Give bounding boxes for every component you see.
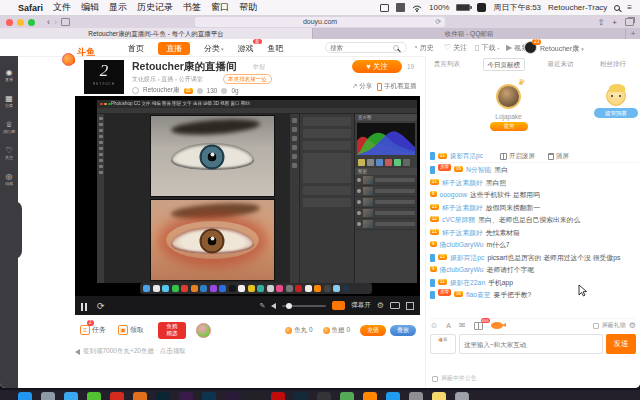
header-action-下载[interactable]: ▯下载▾ [475, 43, 499, 53]
chat-message[interactable]: 9痛clubGaryWum什么7 [430, 239, 636, 250]
panel-tab-最近来访[interactable]: 最近来访 [544, 58, 578, 71]
dock-icon-launchpad[interactable] [41, 392, 55, 400]
recharge-button[interactable]: 充值 [360, 325, 386, 336]
back-button[interactable]: ‹ [47, 18, 50, 27]
dock-icon-system-preferences[interactable] [409, 392, 423, 400]
forward-button[interactable]: › [54, 18, 57, 27]
reload-icon[interactable]: ⟳ [435, 17, 441, 27]
menubar-menu-文件[interactable]: 文件 [53, 2, 71, 12]
share-button[interactable]: ⇧ [598, 18, 605, 27]
tab-douyu[interactable]: Retoucher康的直播间-斗鱼 - 每个人的直播平台 [0, 28, 313, 39]
dock-icon-adobe-bridge[interactable] [133, 392, 147, 400]
header-action-历史[interactable]: ◔历史 [413, 43, 434, 53]
chat-username[interactable]: 痛clubGaryWu [440, 264, 484, 275]
block-gifts-checkbox[interactable] [593, 323, 599, 329]
follow-button[interactable]: ♥ 关注 [352, 60, 402, 73]
fishball-icon[interactable] [491, 322, 503, 329]
dock-icon-iina-player[interactable] [294, 392, 308, 400]
sidebar-toggle-icon[interactable] [61, 18, 70, 26]
menubar-menu-编辑[interactable]: 编辑 [81, 2, 99, 12]
share-room-button[interactable]: ↗ 分享 [352, 82, 372, 91]
chat-username[interactable]: flao喜至 [466, 289, 491, 300]
input-source-icon[interactable] [396, 3, 405, 12]
chat-username[interactable]: 摄影在22an [450, 277, 486, 288]
dock-icon-premiere[interactable] [179, 392, 193, 400]
nav-item-分类[interactable]: 分类▾ [204, 43, 224, 54]
chat-message[interactable]: 8ooogoow这些手机软件 是都用吗 [430, 189, 636, 200]
breadcrumb[interactable]: 文化娱乐 › 直播 › 公开课堂 [132, 75, 203, 84]
menubar-menu-显示[interactable]: 显示 [109, 2, 127, 12]
chat-message[interactable]: 11摄影在22an手机app [430, 277, 636, 288]
sidebar-item-直播[interactable]: ◉直播 [0, 68, 18, 82]
claim-button[interactable]: ▣ 领取 [118, 325, 144, 335]
chat-username[interactable]: ooogoow [440, 189, 468, 200]
nav-item-首页[interactable]: 首页 [128, 43, 144, 54]
zoom-window-button[interactable] [28, 19, 35, 26]
menubar-app-name[interactable]: Safari [18, 3, 43, 13]
report-link[interactable]: 举报 [253, 63, 265, 72]
screen-mirroring-icon[interactable] [380, 4, 389, 12]
panel-tab-贵宾列表[interactable]: 贵宾列表 [430, 58, 464, 71]
chat-username[interactable]: 摄影百活pc [450, 252, 484, 263]
fan-medal-icon[interactable] [196, 323, 211, 338]
player-settings-icon[interactable]: ⚙ [377, 301, 384, 310]
dock-icon-capture-one[interactable] [317, 392, 331, 400]
dock-icon-finder[interactable] [18, 392, 32, 400]
dock-icon-wechat[interactable] [87, 392, 101, 400]
address-bar[interactable]: douyu.com⟳ [195, 17, 445, 27]
chat-username[interactable]: N分智能 [466, 164, 491, 175]
refresh-stream-button[interactable]: ⟳ [97, 301, 105, 311]
tab-overview-button[interactable] [625, 18, 634, 26]
wifi-icon[interactable] [412, 4, 422, 12]
new-tab-button[interactable]: + [612, 18, 617, 27]
scroll-toggle-button[interactable]: 开启滚屏 [500, 152, 535, 161]
panel-tab-今日贡献榜[interactable]: 今日贡献榜 [483, 58, 526, 71]
spotlight-icon[interactable] [614, 5, 620, 11]
image-card-icon[interactable]: ✉ [459, 321, 466, 331]
sidebar-collapse-handle[interactable] [14, 201, 22, 259]
close-window-button[interactable] [6, 19, 13, 26]
add-tab-button[interactable]: + [626, 28, 640, 39]
chat-message[interactable]: 12cVC星际丽黑白、老师也是自己摸索出来的么 [430, 214, 636, 225]
panel-tab-粉丝排行[interactable]: 粉丝排行 [596, 58, 630, 71]
chat-username[interactable]: cVC星际丽 [442, 214, 475, 225]
menubar-menu-窗口[interactable]: 窗口 [211, 2, 229, 12]
gift-icon[interactable]: 666 [474, 322, 483, 330]
mascot-widget[interactable]: 超管招募 [594, 86, 638, 118]
dock-icon-huya[interactable] [363, 392, 377, 400]
chat-message[interactable]: 21摄影百活pcpicsart也是厉害的 老师用过这个没 很受傲ps [430, 252, 636, 263]
chat-input[interactable] [459, 334, 603, 354]
chat-username[interactable]: 杯子这素颜好 [442, 227, 483, 238]
dock-icon-photoshop[interactable] [156, 392, 170, 400]
announcement-bar[interactable]: 签到领7000鱼丸+20鱼翅 · 点击领取 [75, 347, 420, 356]
chat-username[interactable]: 摄影百活pc [450, 152, 483, 161]
chat-message[interactable]: 21杯子这素颜好黑白照 [430, 177, 636, 188]
app-status-icon[interactable] [477, 3, 486, 12]
medal-selector[interactable]: 勋章 [430, 334, 456, 354]
user-avatar[interactable]: 23 [524, 41, 537, 54]
tab-qqmail[interactable]: 收件箱 - QQ邮箱 [313, 28, 626, 39]
dock-icon-lightroom[interactable] [202, 392, 216, 400]
dock-icon-after-effects[interactable] [225, 392, 239, 400]
chat-settings-icon[interactable]: ⚙ [629, 321, 636, 330]
chat-message-list[interactable]: 房管16N分智能黑白21杯子这素颜好黑白照8ooogoow这些手机软件 是都用吗… [430, 164, 636, 318]
block-lottery-checkbox[interactable] [432, 376, 438, 382]
chat-message[interactable]: 房管16N分智能黑白 [430, 164, 636, 175]
sidebar-item-关注[interactable]: ♡关注 [0, 146, 18, 160]
dock-icon-netease-music[interactable] [271, 392, 285, 400]
nav-item-游戏[interactable]: 游戏新 [238, 43, 254, 54]
mobile-watch-button[interactable]: 手机看直播 [377, 82, 417, 91]
room-thumbnail[interactable]: 2RETOUCH [84, 60, 124, 94]
nav-item-鱼吧[interactable]: 鱼吧 [268, 43, 284, 54]
chat-username[interactable]: 痛clubGaryWu [440, 239, 484, 250]
dock-icon-safari[interactable] [64, 392, 78, 400]
dock-icon-qq[interactable] [110, 392, 124, 400]
top-contributor-avatar[interactable] [496, 84, 521, 109]
header-search-box[interactable] [325, 42, 407, 53]
danmu-edit-icon[interactable]: ✎ [259, 302, 265, 310]
volume-slider[interactable] [282, 305, 326, 307]
chat-message[interactable]: 房管16flao喜至要手把手教? [430, 289, 636, 300]
fullscreen-icon[interactable] [406, 302, 414, 310]
sidebar-item-游戏[interactable]: ◎游戏 [0, 172, 18, 186]
chat-message[interactable]: 21杯子这素颜好先找素材箱 [430, 227, 636, 238]
